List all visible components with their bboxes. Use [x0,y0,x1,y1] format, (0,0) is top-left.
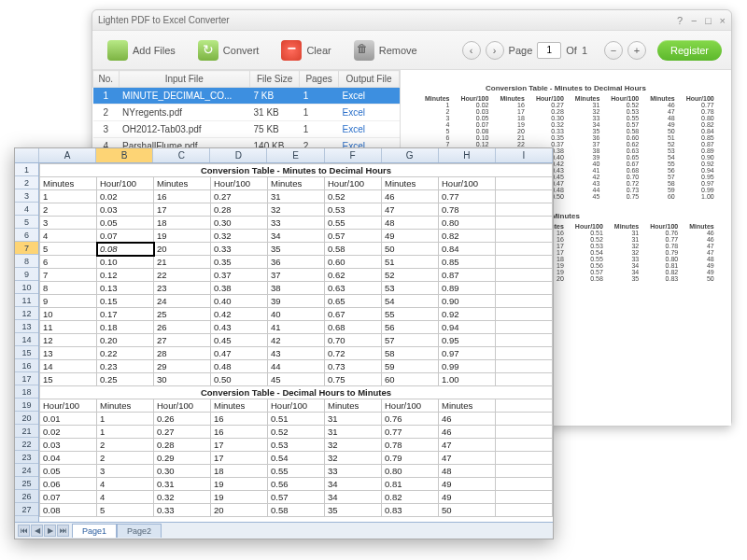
row-header-3[interactable]: 3 [15,189,38,203]
preview-title1: Conversion Table - Minutes to Decimal Ho… [419,81,712,95]
select-all-corner[interactable] [15,148,39,162]
row-header-24[interactable]: 24 [15,464,38,477]
col-input[interactable]: Input File [119,71,249,88]
next-page-button[interactable]: › [486,41,504,60]
row-header-11[interactable]: 11 [15,294,38,307]
add-files-button[interactable]: Add Files [102,36,181,64]
tab-last-button[interactable]: ⏭ [57,525,69,537]
row-header-5[interactable]: 5 [15,216,38,229]
row-header-9[interactable]: 9 [15,268,38,281]
row-header-7[interactable]: 7 [15,242,38,255]
window-controls: ? − □ × [671,15,726,26]
file-table: No. Input File File Size Pages Output Fi… [92,70,400,155]
row-header-21[interactable]: 21 [15,425,38,438]
col-header-E[interactable]: E [267,148,324,162]
excel-column-headers: ABCDEFGHI [15,148,553,163]
excel-grid[interactable]: Conversion Table - Minutes to Decimal Ho… [39,163,553,522]
row-header-10[interactable]: 10 [15,281,38,294]
col-header-C[interactable]: C [153,148,210,162]
convert-label: Convert [223,45,260,56]
excel-row-headers: 1234567891011121314151617181920212223242… [15,163,39,522]
clear-button[interactable]: Clear [275,36,336,64]
col-header-I[interactable]: I [496,148,553,162]
row-header-26[interactable]: 26 [15,490,38,503]
row-header-16[interactable]: 16 [15,359,38,372]
row-header-25[interactable]: 25 [15,477,38,490]
add-icon [107,40,128,61]
prev-page-button[interactable]: ‹ [462,41,481,60]
col-header-B[interactable]: B [96,148,153,162]
zoom-out-button[interactable]: − [604,41,623,60]
row-header-20[interactable]: 20 [15,412,38,425]
page-label: Page [509,45,533,56]
remove-icon [354,40,374,61]
row-header-1[interactable]: 1 [15,163,38,176]
pager: ‹ › Page Of 1 − + [462,41,646,60]
file-row[interactable]: 1MINUTE_DECIMAL_CO...7 KB1Excel [93,88,400,105]
remove-label: Remove [379,45,417,56]
row-header-18[interactable]: 18 [15,385,38,399]
titlebar: Lighten PDF to Excel Converter ? − □ × [92,10,731,31]
row-header-12[interactable]: 12 [15,307,38,320]
app-title: Lighten PDF to Excel Converter [98,15,230,25]
add-files-label: Add Files [133,45,176,56]
remove-button[interactable]: Remove [348,36,423,64]
row-header-6[interactable]: 6 [15,229,38,242]
col-size[interactable]: File Size [250,71,300,88]
row-header-15[interactable]: 15 [15,346,38,359]
page-total: 1 [582,45,587,56]
clear-icon [281,40,302,61]
row-header-8[interactable]: 8 [15,255,38,268]
col-header-G[interactable]: G [382,148,439,162]
file-row[interactable]: 2NYregents.pdf31 KB1Excel [93,105,400,121]
zoom-in-button[interactable]: + [627,41,646,60]
convert-icon [198,40,218,61]
file-row[interactable]: 3OH2012-Tab03.pdf75 KB1Excel [93,121,400,138]
sheet-tab-page2[interactable]: Page2 [117,524,162,538]
col-header-F[interactable]: F [325,148,382,162]
tab-next-button[interactable]: ▶ [44,525,56,537]
tab-prev-button[interactable]: ◀ [31,525,43,537]
col-output[interactable]: Output File [339,71,400,88]
row-header-23[interactable]: 23 [15,451,38,464]
sheet-tab-page1[interactable]: Page1 [72,524,117,538]
row-header-4[interactable]: 4 [15,203,38,216]
col-header-H[interactable]: H [439,148,496,162]
row-header-22[interactable]: 22 [15,438,38,451]
register-button[interactable]: Register [657,40,722,61]
excel-window: ABCDEFGHI 123456789101112131415161718192… [14,147,554,539]
row-header-17[interactable]: 17 [15,372,38,385]
page-input[interactable] [537,42,561,59]
of-label: Of [566,45,577,56]
col-pages[interactable]: Pages [300,71,339,88]
help-button[interactable]: ? [677,15,683,26]
col-no[interactable]: No. [93,71,120,88]
toolbar: Add Files Convert Clear Remove ‹ › Page … [92,31,731,70]
sheet-tabs: ⏮ ◀ ▶ ⏭ Page1 Page2 [15,522,553,539]
row-header-19[interactable]: 19 [15,399,38,412]
col-header-A[interactable]: A [39,148,96,162]
row-header-13[interactable]: 13 [15,320,38,333]
clear-label: Clear [306,45,331,56]
minimize-button[interactable]: − [691,15,697,26]
tab-first-button[interactable]: ⏮ [18,525,30,537]
close-button[interactable]: × [720,15,726,26]
maximize-button[interactable]: □ [705,15,712,26]
convert-button[interactable]: Convert [192,36,265,64]
row-header-2[interactable]: 2 [15,176,38,189]
row-header-14[interactable]: 14 [15,333,38,346]
col-header-D[interactable]: D [210,148,267,162]
row-header-27[interactable]: 27 [15,503,38,516]
